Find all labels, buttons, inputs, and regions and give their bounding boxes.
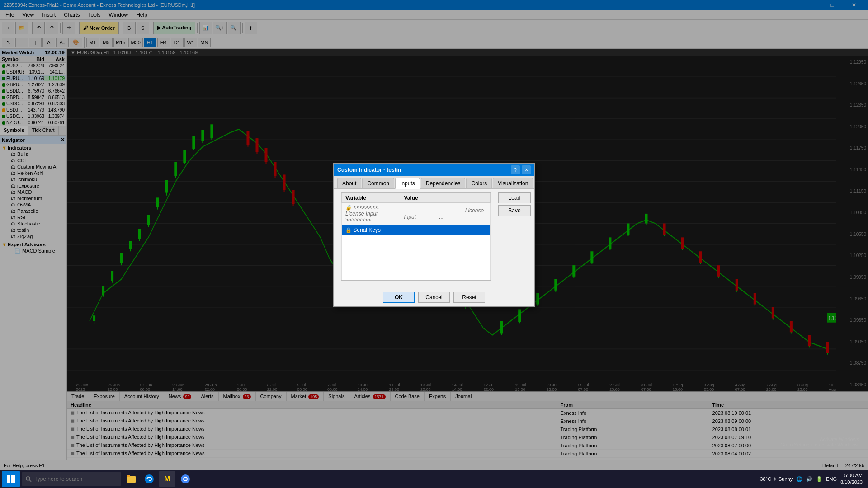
svg-rect-114	[11, 479, 15, 483]
file-explorer-icon	[126, 474, 137, 484]
taskbar-metatrader-icon[interactable]: M	[159, 471, 175, 487]
dialog-title-controls: ? ✕	[511, 165, 531, 174]
col-value: Value	[400, 193, 491, 203]
svg-rect-113	[7, 479, 10, 483]
dialog-titlebar: Custom Indicator - testin ? ✕	[334, 164, 534, 176]
svg-rect-117	[127, 476, 136, 483]
time-display: 5:00 AM	[840, 472, 863, 479]
mt4-icon: M	[164, 475, 170, 483]
edge-icon	[144, 474, 155, 484]
language-indicator: ENG	[826, 476, 837, 482]
system-clock: 5:00 AM 8/10/2023	[840, 472, 863, 486]
svg-rect-112	[11, 475, 15, 479]
col-variable: Variable	[342, 193, 400, 203]
license-input-header-row: 🔒 <<<<<<<< License Input >>>>>>>> ——————…	[342, 203, 491, 225]
svg-point-115	[26, 477, 30, 480]
dialog-tab-colors[interactable]: Colors	[466, 178, 492, 188]
search-icon	[25, 476, 32, 482]
dialog-tabs: About Common Inputs Dependencies Colors …	[334, 176, 534, 189]
empty-row	[342, 235, 491, 280]
volume-icon: 🔊	[806, 476, 812, 482]
dialog-tab-inputs[interactable]: Inputs	[395, 178, 420, 189]
dialog-tab-about[interactable]: About	[337, 178, 361, 188]
taskbar-edge-icon[interactable]	[141, 471, 157, 487]
start-button[interactable]	[2, 471, 20, 487]
dialog-tab-dependencies[interactable]: Dependencies	[421, 178, 466, 188]
taskbar-chrome-icon[interactable]	[177, 471, 193, 487]
dialog-right-buttons: Load Save	[498, 192, 531, 284]
ok-button[interactable]: OK	[383, 292, 415, 303]
windows-logo-icon	[6, 474, 15, 483]
save-button[interactable]: Save	[498, 205, 531, 216]
battery-icon: 🔋	[816, 476, 822, 482]
search-input[interactable]	[34, 476, 118, 482]
svg-point-122	[184, 478, 187, 480]
chrome-icon	[180, 474, 191, 484]
reset-button[interactable]: Reset	[453, 292, 485, 303]
svg-point-119	[145, 474, 154, 483]
dialog-title: Custom Indicator - testin	[337, 167, 401, 173]
cancel-button[interactable]: Cancel	[418, 292, 450, 303]
serial-keys-input[interactable]	[404, 226, 486, 233]
system-tray: 38°C ☀ Sunny 🌐 🔊 🔋 ENG 5:00 AM 8/10/2023	[760, 472, 866, 486]
dialog-close-button[interactable]: ✕	[522, 165, 531, 174]
dialog-body-wrapper: Variable Value 🔒 <<<<<<<< License Input …	[334, 189, 534, 288]
network-icon: 🌐	[796, 476, 802, 482]
taskbar: M 38°C ☀ Sunny 🌐 🔊 🔋 ENG 5:00 AM 8/10/20…	[0, 470, 868, 488]
search-bar[interactable]	[22, 472, 121, 486]
dialog-body: Variable Value 🔒 <<<<<<<< License Input …	[341, 192, 491, 281]
dialog-overlay: Custom Indicator - testin ? ✕ About Comm…	[0, 0, 868, 470]
load-button[interactable]: Load	[498, 192, 531, 203]
svg-rect-111	[7, 475, 10, 479]
date-display: 8/10/2023	[840, 479, 863, 486]
dialog-footer: OK Cancel Reset	[334, 288, 534, 306]
svg-line-116	[30, 480, 32, 482]
dialog-tab-common[interactable]: Common	[362, 178, 394, 188]
taskbar-explorer-icon[interactable]	[123, 471, 139, 487]
dialog-help-button[interactable]: ?	[511, 165, 520, 174]
inputs-table: Variable Value 🔒 <<<<<<<< License Input …	[341, 193, 491, 280]
dialog-tab-visualization[interactable]: Visualization	[493, 178, 533, 188]
custom-indicator-dialog: Custom Indicator - testin ? ✕ About Comm…	[333, 163, 535, 307]
serial-keys-row[interactable]: 🔒 Serial Keys	[342, 225, 491, 235]
temp-display: 38°C ☀ Sunny	[760, 476, 793, 482]
svg-rect-118	[127, 475, 130, 477]
